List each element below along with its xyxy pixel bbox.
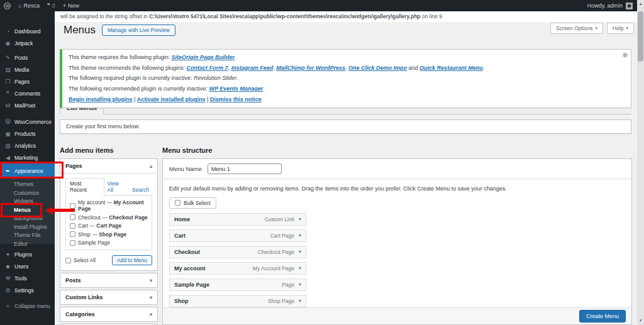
collapse-arrow-icon: « <box>4 303 11 309</box>
media-icon: ▤ <box>4 67 11 73</box>
begin-installing-plugins-link[interactable]: Begin installing plugins <box>69 96 133 102</box>
wp-admin-screen: W ⌂Resca ❞0 +New Howdy, admin ☻ ◔Dashboa… <box>0 0 644 325</box>
new-content-link[interactable]: +New <box>59 0 83 11</box>
checkbox[interactable] <box>70 203 75 209</box>
submenu-item-install-plugins[interactable]: Install Plugins <box>0 223 55 232</box>
sidebar-label: WooCommerce <box>14 119 52 125</box>
sidebar-item-mailpoet[interactable]: MMailPoet <box>0 99 55 111</box>
sidebar-item-posts[interactable]: ✎Posts <box>0 52 55 63</box>
page-checkbox-cart[interactable]: Cart — Cart Page <box>70 223 148 229</box>
tab-most-recent[interactable]: Most Recent <box>65 178 104 196</box>
wordpress-menu-item[interactable]: W <box>0 0 14 11</box>
menu-item-home[interactable]: HomeCustom Link▾ <box>169 213 306 226</box>
create-menu-button[interactable]: Create Menu <box>579 310 626 322</box>
bulk-select-toggle[interactable]: Bulk Select <box>169 197 216 209</box>
plugin-link-siteorigin[interactable]: SiteOrigin Page Builder <box>172 54 235 60</box>
submenu-item-menus[interactable]: Menus <box>0 206 55 215</box>
accordion-posts[interactable]: Posts▾ <box>60 273 158 288</box>
warning-text: will be assigned to the string offset in <box>60 13 149 19</box>
menu-name-input[interactable] <box>208 163 282 174</box>
chevron-down-icon[interactable]: ▾ <box>299 249 301 255</box>
sidebar-item-marketing[interactable]: ◀Marketing <box>0 151 55 163</box>
select-all-checkbox[interactable]: Select All <box>65 257 96 263</box>
checkbox[interactable] <box>65 258 71 263</box>
checkbox[interactable] <box>70 214 75 220</box>
page-checkbox-checkout[interactable]: Checkout — Checkout Page <box>70 214 148 221</box>
submenu-item-theme-file-editor[interactable]: Theme File Editor <box>0 231 55 240</box>
checkbox[interactable] <box>175 200 180 206</box>
chevron-down-icon[interactable]: ▾ <box>299 298 301 304</box>
help-button[interactable]: Help▾ <box>607 23 634 34</box>
sidebar-item-jetpack[interactable]: ◉Jetpack <box>0 37 55 49</box>
sidebar-item-users[interactable]: ☻Users <box>0 261 55 273</box>
collapse-menu-button[interactable]: «Collapse menu <box>0 300 55 312</box>
submenu-item-themes[interactable]: Themes <box>0 180 55 189</box>
sidebar-item-woocommerce[interactable]: ⓌWooCommerce <box>0 116 55 128</box>
scrollbar-thumb[interactable] <box>638 11 643 62</box>
chevron-down-icon[interactable]: ▾ <box>299 216 301 222</box>
posts-icon: ✎ <box>4 55 11 61</box>
account-menu[interactable]: Howdy, admin ☻ <box>587 0 637 11</box>
chevron-down-icon[interactable]: ▾ <box>299 265 301 271</box>
submenu-item-widgets[interactable]: Widgets <box>0 197 55 206</box>
menu-item-cart[interactable]: CartCart Page▾ <box>169 229 306 242</box>
plugin-link-instagram-feed[interactable]: Instagram Feed <box>231 65 274 71</box>
menu-item-type: My Account Page <box>253 265 294 272</box>
sidebar-item-plugins[interactable]: ✦Plugins <box>0 249 55 261</box>
plugin-link-mailchimp[interactable]: MailChimp for WordPress <box>276 65 345 71</box>
plugin-link-one-click-demo[interactable]: One Click Demo Impo <box>348 65 407 71</box>
chevron-down-icon[interactable]: ▾ <box>299 282 301 287</box>
checkbox[interactable] <box>70 223 75 229</box>
sidebar-label: Plugins <box>14 251 32 258</box>
site-link[interactable]: ⌂Resca <box>14 0 43 11</box>
scroll-down-icon[interactable]: ▼ <box>637 319 644 322</box>
accordion-categories[interactable]: Categories▾ <box>60 307 158 322</box>
woocommerce-icon: Ⓦ <box>4 118 11 126</box>
dismiss-notice-icon[interactable]: ⊗ <box>623 52 628 58</box>
page-checkbox-sample-page[interactable]: Sample Page <box>70 240 148 246</box>
analytics-icon: ▥ <box>4 143 11 149</box>
sidebar-item-analytics[interactable]: ▥Analytics <box>0 140 55 151</box>
sidebar-item-comments[interactable]: ❞Comments <box>0 87 55 99</box>
pages-checklist: My account — My Account Page Checkout — … <box>65 196 152 250</box>
sidebar-item-settings[interactable]: ⚙Settings <box>0 285 55 297</box>
sidebar-item-media[interactable]: ▤Media <box>0 63 55 75</box>
sidebar-label: Products <box>14 131 36 137</box>
screen-options-button[interactable]: Screen Options▾ <box>550 23 603 34</box>
menu-item-checkout[interactable]: CheckoutCheckout Page▾ <box>169 246 306 258</box>
sidebar-item-tools[interactable]: ⚒Tools <box>0 273 55 285</box>
submenu-item-customize[interactable]: Customize <box>0 189 55 198</box>
activate-installed-plugins-link[interactable]: Activate installed plugins <box>137 96 206 102</box>
menu-item-my-account[interactable]: My accountMy Account Page▾ <box>169 262 306 275</box>
manage-live-preview-button[interactable]: Manage with Live Preview <box>102 25 175 36</box>
add-to-menu-button[interactable]: Add to Menu <box>112 255 152 265</box>
sidebar-label: Collapse menu <box>14 303 50 309</box>
sidebar-label: Users <box>14 263 28 270</box>
tab-view-all[interactable]: View All <box>104 179 130 195</box>
checkbox[interactable] <box>70 240 75 246</box>
page-scrollbar[interactable]: ▲ ▼ <box>637 0 644 325</box>
comments-link[interactable]: ❞0 <box>43 0 59 11</box>
chevron-down-icon[interactable]: ▾ <box>299 233 301 238</box>
page-checkbox-shop[interactable]: Shop — Shop Page <box>70 231 148 238</box>
pages-panel-header[interactable]: Pages▴ <box>60 159 157 173</box>
page-checkbox-my-account[interactable]: My account — My Account Page <box>70 199 148 212</box>
jetpack-icon: ◉ <box>4 40 11 47</box>
plugin-link-wp-events-manager[interactable]: WP Events Manager <box>209 85 264 92</box>
accordion-custom-links[interactable]: Custom Links▾ <box>60 290 158 305</box>
sidebar-label: Jetpack <box>14 40 33 47</box>
checkbox[interactable] <box>70 231 75 237</box>
plugin-link-quick-restaurant-menu[interactable]: Quick Restaurant Menu <box>419 65 483 71</box>
sidebar-item-products[interactable]: ▣Products <box>0 128 55 140</box>
menu-item-sample-page[interactable]: Sample PagePage▾ <box>169 278 306 291</box>
menu-item-shop[interactable]: ShopShop Page▾ <box>169 295 306 307</box>
sidebar-label: Media <box>14 67 29 73</box>
dismiss-this-notice-link[interactable]: Dismiss this notice <box>210 96 262 102</box>
scroll-up-icon[interactable]: ▲ <box>637 2 644 6</box>
submenu-item-background[interactable]: Background <box>0 214 55 223</box>
sidebar-item-appearance[interactable]: ✒Appearance <box>0 163 55 178</box>
tab-search[interactable]: Search <box>129 185 152 195</box>
plugin-link-contact-form-7[interactable]: Contact Form 7 <box>187 65 228 71</box>
sidebar-item-pages[interactable]: ❐Pages <box>0 75 55 87</box>
sidebar-item-dashboard[interactable]: ◔Dashboard <box>0 25 55 37</box>
